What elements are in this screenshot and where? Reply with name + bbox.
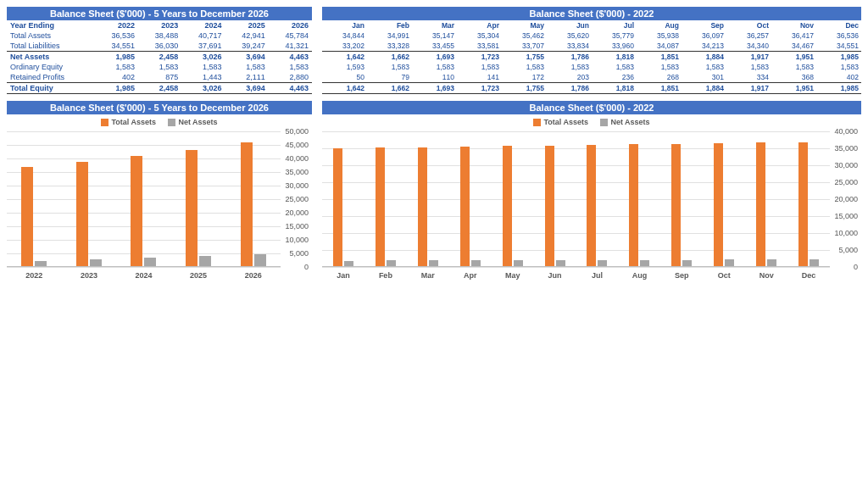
right-table-header: Balance Sheet ($'000) - 2022 xyxy=(322,7,861,20)
y-tick-label: 20,000 xyxy=(285,208,309,217)
legend-label-2: Net Assets xyxy=(610,118,649,126)
bar-group xyxy=(492,131,534,266)
bar-group xyxy=(225,131,281,266)
cell: 3,694 xyxy=(225,52,269,63)
bar xyxy=(556,260,565,266)
bar-group xyxy=(449,131,492,266)
x-tick-label: 2026 xyxy=(225,269,281,284)
cell: 1,443 xyxy=(181,72,225,83)
col-header: 2025 xyxy=(225,20,269,31)
y-tick-label: 35,000 xyxy=(834,144,858,153)
cell: 45,784 xyxy=(269,31,312,41)
cell: 2,458 xyxy=(138,52,181,63)
cell: 1,583 xyxy=(95,62,138,72)
cell: 39,247 xyxy=(225,41,269,52)
cell: 1,642 xyxy=(322,83,367,94)
cell: 1,583 xyxy=(771,62,816,72)
cell: 334 xyxy=(726,72,771,83)
col-header: Apr xyxy=(457,20,502,31)
cell: 1,723 xyxy=(457,52,502,63)
cell: 301 xyxy=(682,72,726,83)
cell: 34,340 xyxy=(726,41,771,52)
y-tick-label: 30,000 xyxy=(834,161,858,169)
right-data-table: JanFebMarAprMayJunJulAugSepOctNovDec 34,… xyxy=(322,20,861,94)
cell: 2,111 xyxy=(225,72,269,83)
cell: 1,985 xyxy=(95,52,138,63)
chart-legend: Total Assets Net Assets xyxy=(322,118,861,126)
bar xyxy=(131,156,142,266)
bar-group xyxy=(534,131,576,266)
row-label: Total Assets xyxy=(7,31,95,41)
y-tick-label: 45,000 xyxy=(285,141,309,149)
cell: 33,960 xyxy=(592,41,637,52)
cell: 1,851 xyxy=(637,52,682,63)
bar-group xyxy=(116,131,171,266)
cell: 1,583 xyxy=(726,62,771,72)
col-header: 2022 xyxy=(95,20,138,31)
cell: 1,583 xyxy=(138,62,181,72)
cell: 1,985 xyxy=(816,83,861,94)
bar-group xyxy=(171,131,226,266)
col-header: Jun xyxy=(547,20,592,31)
cell: 1,583 xyxy=(225,62,269,72)
cell: 34,467 xyxy=(771,41,816,52)
legend-color-orange xyxy=(533,119,541,126)
bar xyxy=(429,260,438,266)
table-row: Total Assets36,53638,48840,71742,94145,7… xyxy=(7,31,312,41)
gridline xyxy=(322,267,830,268)
bar-group xyxy=(7,131,62,266)
cell: 1,985 xyxy=(816,52,861,63)
x-tick-label: May xyxy=(492,269,534,284)
cell: 203 xyxy=(547,72,592,83)
cell: 1,818 xyxy=(592,52,637,63)
cell: 35,779 xyxy=(592,31,637,41)
x-tick-label: Mar xyxy=(407,269,449,284)
legend-color-gray xyxy=(600,119,608,126)
cell: 35,462 xyxy=(502,31,547,41)
y-tick-label: 25,000 xyxy=(834,178,858,186)
y-tick-label: 5,000 xyxy=(838,246,858,254)
row-label: Retained Profits xyxy=(7,72,95,83)
y-tick-label: 15,000 xyxy=(834,212,858,220)
col-header: Dec xyxy=(816,20,861,31)
cell: 1,583 xyxy=(269,62,312,72)
cell: 36,417 xyxy=(771,31,816,41)
chart-legend: Total Assets Net Assets xyxy=(7,118,312,126)
table-row: Total Liabilities34,55136,03037,69139,24… xyxy=(7,41,312,52)
bar xyxy=(714,143,723,266)
bar xyxy=(598,260,607,266)
cell: 368 xyxy=(771,72,816,83)
bar xyxy=(725,259,734,266)
col-header: Jan xyxy=(322,20,367,31)
left-table-section: Balance Sheet ($'000) - 5 Years to Decem… xyxy=(7,7,312,94)
cell: 34,991 xyxy=(367,31,412,41)
bar xyxy=(387,260,396,266)
cell: 875 xyxy=(138,72,181,83)
bar xyxy=(21,167,33,266)
table-row: 1,6421,6621,6931,7231,7551,7861,8181,851… xyxy=(322,52,861,63)
bar xyxy=(629,144,638,266)
x-tick-label: Nov xyxy=(745,269,787,284)
bar xyxy=(90,259,102,266)
bar-group xyxy=(745,131,787,266)
bar xyxy=(471,260,481,266)
cell: 33,202 xyxy=(322,41,367,52)
cell: 268 xyxy=(637,72,682,83)
cell: 1,662 xyxy=(367,52,412,63)
cell: 37,691 xyxy=(181,41,225,52)
x-tick-label: Jul xyxy=(576,269,619,284)
cell: 1,583 xyxy=(502,62,547,72)
table-row: 1,5931,5831,5831,5831,5831,5831,5831,583… xyxy=(322,62,861,72)
col-header: Jul xyxy=(592,20,637,31)
left-table-header: Balance Sheet ($'000) - 5 Years to Decem… xyxy=(7,7,312,20)
cell: 1,951 xyxy=(771,52,816,63)
table-row: Total Equity1,9852,4583,0263,6944,463 xyxy=(7,83,312,94)
cell: 1,985 xyxy=(95,83,138,94)
table-row: 1,6421,6621,6931,7231,7551,7861,8181,851… xyxy=(322,83,861,94)
y-tick-label: 15,000 xyxy=(285,222,309,231)
cell: 34,551 xyxy=(95,41,138,52)
bar xyxy=(682,260,692,267)
y-tick-label: 40,000 xyxy=(834,127,858,136)
cell: 2,880 xyxy=(269,72,312,83)
x-tick-label: 2022 xyxy=(7,269,62,284)
